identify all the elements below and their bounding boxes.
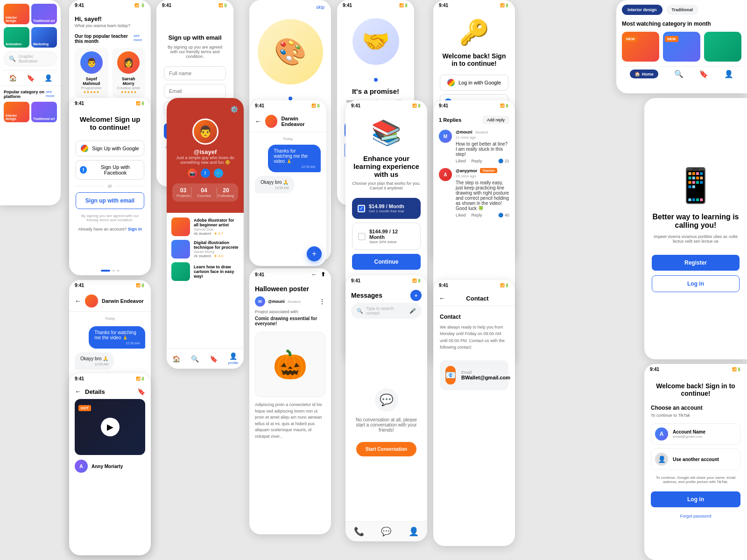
back-icon-project[interactable]: ←	[311, 271, 317, 278]
plan-yearly[interactable]: $144.99 / 12 Month Save 20% extra!	[352, 223, 421, 250]
plan1-badge: Get 1 month free trial	[369, 209, 404, 213]
nav-person-icon[interactable]: 👤	[409, 526, 419, 537]
teacher2-role: Creative artist	[116, 86, 142, 90]
nav-bookmark-icon[interactable]: 🔖	[27, 74, 35, 82]
see-more-popular[interactable]: see more	[46, 90, 57, 99]
author-avatar-details: A	[75, 460, 88, 473]
new-message-btn[interactable]: +	[410, 290, 422, 301]
status-bar-chat: 9:41 📶🔋	[69, 280, 151, 291]
tab-interior[interactable]: Interior design	[622, 5, 662, 15]
sent-msg2-1: Thanks for watching me the video 🙏 10:55…	[268, 145, 321, 172]
more-options-icon[interactable]: ⋮	[319, 298, 325, 305]
google-disclaimer: To continue, Google will share your name…	[651, 476, 740, 484]
wb-login-btn[interactable]: Log in	[651, 491, 740, 507]
back-icon-chat2[interactable]: ←	[255, 118, 261, 125]
signup-email-title: Sign up with email	[164, 34, 226, 41]
phone-contact: 9:41 📶🔋 ← Contact Contact We always read…	[433, 280, 515, 546]
nav-search-profile[interactable]: 🔍	[191, 355, 199, 363]
time-comments: 9:41	[439, 103, 448, 108]
start-conversation-btn[interactable]: Start Conversation	[356, 442, 416, 456]
bookmark-icon-details[interactable]: 🔖	[137, 388, 145, 395]
phone-messages: 9:41 📶🔋 Messages + 🔍 Type to search cont…	[345, 275, 427, 541]
category-traditional-label: Traditional art	[33, 19, 55, 22]
plan2-badge: Save 20% extra!	[369, 240, 415, 244]
account1-avatar: A	[655, 427, 668, 441]
profile-username: @isayef	[172, 148, 238, 155]
play-btn[interactable]: ▶	[101, 418, 120, 436]
messages-search-placeholder: Type to search contact	[366, 306, 407, 315]
terms-text: By signing you are agreed with our frien…	[76, 214, 144, 222]
comment1-reply-btn[interactable]: Reply	[472, 159, 482, 163]
better-way-register-btn[interactable]: Register	[652, 255, 740, 271]
twitter-icon[interactable]: 🐦	[214, 168, 223, 178]
contact-page-title: Contact	[445, 295, 509, 302]
comment1-user: @mouni	[456, 130, 472, 134]
nav-home-icon[interactable]: 🏠	[9, 74, 17, 82]
time-contact: 9:41	[439, 283, 448, 288]
instagram-icon[interactable]: 📷	[188, 168, 197, 178]
plan-monthly[interactable]: ✓ $14.99 / Month Get 1 month free trial	[352, 198, 421, 219]
right-panel-welcome-back: 9:41 📶🔋 Welcome back! Sign in to continu…	[644, 364, 747, 560]
see-more-teacher[interactable]: see more	[134, 34, 145, 44]
google-login-btn[interactable]: Log in with Google	[440, 75, 508, 91]
comment2-teacher-badge: Teacher	[480, 168, 497, 173]
nav-home-profile[interactable]: 🏠	[172, 355, 180, 363]
nav-phone-icon[interactable]: 📞	[354, 526, 364, 537]
comment1-like-btn[interactable]: Liked	[456, 159, 466, 163]
signin-link-2[interactable]: Sign in	[128, 227, 142, 231]
nav-search-right[interactable]: 🔍	[674, 70, 684, 78]
tab-traditional[interactable]: Traditional	[666, 5, 699, 15]
comment2-likes-count: 🔵 40	[498, 213, 509, 217]
email-signup-btn[interactable]: Sign up with email	[76, 192, 144, 209]
share-icon[interactable]: ⬆	[321, 271, 325, 278]
email-input[interactable]	[164, 84, 226, 98]
nav-profile-profile[interactable]: 👤 profile	[228, 352, 239, 365]
nav-user-icon[interactable]: 👤	[44, 74, 52, 82]
messages-search-icon: 🔍	[357, 308, 363, 314]
voice-search-icon[interactable]: 🎤	[409, 308, 416, 314]
comment2-like-btn[interactable]: Liked	[456, 213, 466, 217]
back-icon-contact[interactable]: ←	[439, 294, 445, 302]
fab-new-message[interactable]: +	[307, 246, 322, 261]
status-bar-comments: 9:41 📶🔋	[433, 100, 515, 111]
icons-project: ← ⬆	[311, 271, 325, 278]
nav-bookmark-profile[interactable]: 🔖	[210, 355, 218, 363]
skip-btn[interactable]: skip	[316, 5, 324, 10]
google-signup-btn[interactable]: Sign Up with Google	[76, 140, 144, 156]
nav-profile-right[interactable]: 👤	[724, 70, 733, 78]
category-interior-label: Interior design	[6, 16, 28, 22]
pricing-continue-btn[interactable]: Continue	[352, 254, 421, 270]
icons-details: 📶🔋	[136, 377, 145, 381]
facebook-signup-btn[interactable]: f Sign Up with Facebook	[76, 160, 144, 180]
plan2-price: $144.99 / 12 Month	[369, 229, 415, 240]
facebook-icon[interactable]: f	[201, 168, 210, 178]
settings-icon[interactable]: ⚙️	[230, 105, 238, 113]
icons-welcome: 📶🔋	[136, 101, 145, 105]
msg2-1-time: 10:55 AM	[274, 165, 315, 168]
contact-name: Darwin Endeavor	[102, 298, 144, 304]
contact-avatar	[85, 294, 98, 308]
nav-home-right-label[interactable]: Home	[642, 72, 654, 77]
received-msg1: Okayy bro 🙏 10:55 AM	[75, 352, 114, 370]
fullname-input[interactable]	[164, 66, 226, 80]
wb-forgot-password[interactable]: Forgot password	[680, 514, 711, 518]
popular-interior-label: Interior design	[6, 114, 28, 120]
new-tag-2: NEW	[665, 34, 678, 42]
status-bar-chat2: 9:41 📶🔋	[249, 100, 326, 111]
back-icon-chat[interactable]: ←	[75, 297, 81, 305]
google-logo-signup	[81, 145, 88, 152]
greeting-text: Hi, sayef!	[75, 15, 145, 22]
back-icon-details[interactable]: ←	[75, 388, 81, 395]
nav-bookmark-right[interactable]: 🔖	[699, 70, 708, 78]
icons-promise: 📶🔋	[399, 3, 409, 7]
wb-headline: Welcome back! Sign in to continue!	[651, 382, 740, 397]
comment1-likes-count: 🔵 21	[498, 159, 509, 163]
account-option-1[interactable]: A Account Name email@gmail.com	[651, 423, 740, 445]
contact-avatar-2	[265, 115, 277, 128]
comment2-reply-btn[interactable]: Reply	[472, 213, 482, 217]
course1-author: Samue Due	[194, 227, 239, 231]
account-option-2[interactable]: 👤 Use another account	[651, 448, 740, 470]
add-reply-btn[interactable]: Add reply	[482, 116, 509, 124]
better-way-login-btn[interactable]: Log in	[652, 275, 740, 292]
nav-chat-active-icon[interactable]: 💬	[381, 526, 391, 537]
